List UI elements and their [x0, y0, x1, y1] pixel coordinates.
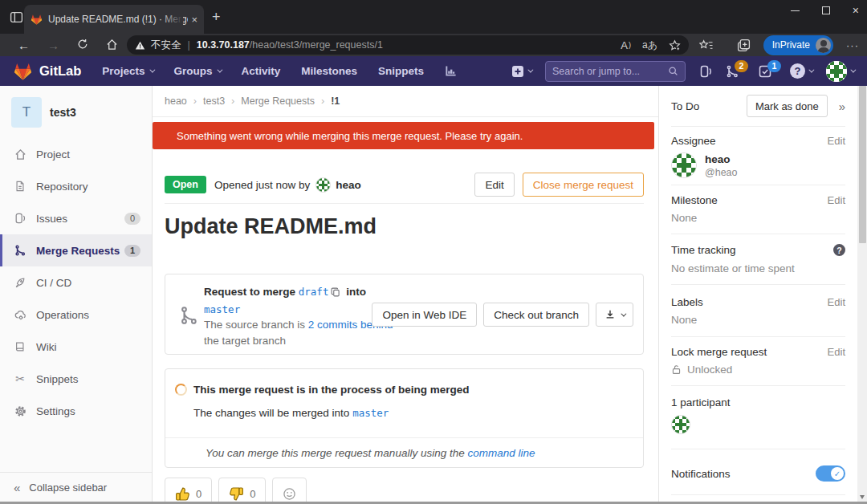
target-branch[interactable]: master — [204, 303, 240, 315]
translate-icon[interactable]: aあ — [642, 39, 657, 52]
scrollbar-down-arrow[interactable] — [860, 495, 865, 499]
browser-tab[interactable]: Update README.md (!1) · Merge × — [24, 5, 204, 34]
window-minimize-icon[interactable] — [791, 10, 800, 11]
nav-activity[interactable]: Activity — [242, 65, 281, 77]
thumbs-up-icon — [175, 486, 190, 502]
window-close-icon[interactable]: × — [853, 6, 859, 14]
error-alert: Something went wrong while merging this … — [153, 122, 654, 149]
nav-milestones[interactable]: Milestones — [301, 65, 357, 77]
gitlab-tanuki-icon — [13, 62, 33, 81]
tab-close-icon[interactable]: × — [191, 14, 197, 26]
address-bar[interactable]: 不安全 | 10.3.70.187/heao/test3/merge_reque… — [127, 35, 689, 55]
sidebar-item-repository[interactable]: Repository — [0, 170, 152, 202]
user-menu[interactable] — [826, 61, 854, 82]
window-maximize-icon[interactable] — [822, 6, 830, 14]
chevron-down-icon — [808, 67, 814, 73]
gitlab-favicon — [31, 14, 43, 26]
source-branch[interactable]: draft — [299, 286, 329, 298]
global-search[interactable] — [545, 61, 686, 82]
participants-label: 1 participant — [671, 396, 845, 408]
help-icon[interactable]: ? — [833, 244, 845, 256]
assignee-edit-link[interactable]: Edit — [828, 135, 845, 147]
sidebar-item-operations[interactable]: Operations — [0, 299, 152, 331]
open-web-ide-button[interactable]: Open in Web IDE — [372, 303, 477, 327]
checkout-branch-button[interactable]: Check out branch — [483, 303, 589, 327]
nav-snippets[interactable]: Snippets — [378, 65, 424, 77]
read-aloud-icon[interactable]: A) — [621, 39, 631, 51]
inprivate-badge[interactable]: InPrivate — [763, 35, 833, 55]
copy-branch-icon[interactable] — [331, 286, 340, 302]
plus-square-icon — [511, 65, 524, 78]
sidebar-item-project[interactable]: Project — [0, 138, 152, 170]
collapse-sidebar-button[interactable]: « Collapse sidebar — [0, 472, 152, 502]
project-header[interactable]: T test3 — [0, 86, 152, 128]
charts-icon[interactable] — [445, 65, 457, 77]
home-icon[interactable] — [106, 39, 118, 52]
toggle-check-icon: ✓ — [831, 467, 844, 480]
help-icon: ? — [790, 63, 805, 79]
assignee-avatar[interactable] — [671, 152, 697, 178]
main-content: heao› test3› Merge Requests› !1 Somethin… — [153, 86, 658, 504]
new-tab-button[interactable]: + — [212, 9, 221, 26]
mr-title: Update README.md — [165, 214, 377, 239]
upvote-count: 0 — [196, 488, 201, 500]
chevron-down-icon — [527, 67, 533, 73]
sidebar-item-wiki[interactable]: Wiki — [0, 331, 152, 363]
author-avatar[interactable] — [315, 177, 331, 193]
sidebar-item-settings[interactable]: Settings — [0, 395, 152, 427]
mark-as-done-button[interactable]: Mark as done — [747, 95, 828, 117]
merging-status-title: This merge request is in the process of … — [193, 384, 470, 396]
target-branch[interactable]: master — [352, 407, 389, 419]
tab-title-fade — [161, 5, 183, 34]
participant-avatar[interactable] — [671, 415, 690, 434]
search-input[interactable] — [552, 66, 668, 77]
favorites-bar-icon[interactable] — [699, 39, 713, 52]
edit-button[interactable]: Edit — [474, 173, 514, 197]
collapse-right-sidebar-icon[interactable]: » — [839, 100, 845, 113]
author-name[interactable]: heao — [336, 179, 361, 191]
milestone-value: None — [671, 212, 845, 224]
notifications-toggle[interactable]: ✓ — [816, 465, 845, 482]
nav-groups[interactable]: Groups — [174, 65, 221, 77]
collections-icon[interactable] — [737, 39, 751, 52]
tab-actions-icon[interactable] — [6, 7, 26, 26]
nav-projects[interactable]: Projects — [102, 65, 153, 77]
todos-nav-icon[interactable]: 1 — [759, 65, 771, 78]
browser-titlebar: Update README.md (!1) · Merge × + × — [0, 0, 867, 34]
merge-requests-nav-icon[interactable]: 2 — [726, 65, 739, 78]
breadcrumb-section[interactable]: Merge Requests — [241, 96, 315, 107]
issues-nav-icon[interactable] — [699, 65, 712, 78]
add-reaction-button[interactable] — [272, 478, 307, 504]
user-avatar — [826, 61, 847, 82]
breadcrumb-group[interactable]: heao — [165, 96, 187, 107]
manual-merge-text: You can merge this merge request manuall… — [206, 447, 465, 459]
page-scrollbar[interactable] — [857, 86, 867, 504]
back-icon[interactable]: ← — [18, 39, 30, 51]
sidebar-item-issues[interactable]: Issues 0 — [0, 202, 152, 234]
labels-edit-link[interactable]: Edit — [828, 296, 845, 308]
thumbs-up-button[interactable]: 0 — [165, 478, 212, 504]
forward-icon[interactable]: → — [47, 39, 59, 51]
download-dropdown-button[interactable] — [596, 303, 633, 327]
search-icon — [668, 66, 678, 76]
close-merge-request-button[interactable]: Close merge request — [523, 173, 644, 197]
milestone-edit-link[interactable]: Edit — [828, 194, 845, 206]
breadcrumb-project[interactable]: test3 — [203, 96, 225, 107]
browser-menu-icon[interactable]: ··· — [846, 39, 859, 51]
url-path: /heao/test3/merge_requests/1 — [250, 39, 383, 51]
add-favorite-icon[interactable] — [669, 39, 681, 51]
thumbs-down-button[interactable]: 0 — [218, 478, 266, 504]
sidebar-item-snippets[interactable]: ✂ Snippets — [0, 363, 152, 395]
new-menu-button[interactable] — [511, 65, 531, 78]
refresh-icon[interactable] — [77, 39, 88, 51]
help-menu[interactable]: ? — [790, 63, 812, 79]
time-tracking-label: Time tracking — [671, 244, 736, 256]
gitlab-logo[interactable]: GitLab — [13, 62, 81, 81]
assignee-name[interactable]: heao — [705, 153, 738, 165]
not-secure-warning-icon — [135, 40, 145, 51]
scrollbar-thumb[interactable] — [859, 86, 866, 243]
command-line-link[interactable]: command line — [467, 447, 535, 459]
lock-edit-link[interactable]: Edit — [828, 346, 845, 358]
sidebar-item-cicd[interactable]: CI / CD — [0, 266, 152, 299]
sidebar-item-merge-requests[interactable]: Merge Requests 1 — [0, 234, 152, 266]
